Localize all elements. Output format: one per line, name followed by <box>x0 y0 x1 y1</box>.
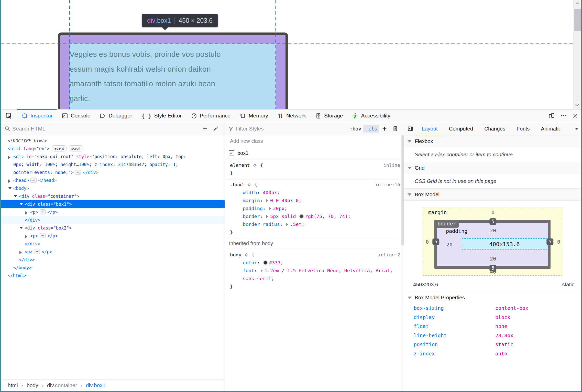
inline-expander[interactable]: ⋯ <box>40 233 46 238</box>
expand-twisty-icon[interactable] <box>19 251 22 254</box>
css-declaration[interactable]: width: 400px; <box>225 189 404 197</box>
tab-accessibility[interactable]: Accessibility <box>347 110 395 122</box>
css-declaration[interactable]: border: 5px solid rgb(75, 70, 74); <box>225 212 404 220</box>
sidebar-tab-layout[interactable]: Layout <box>416 122 443 135</box>
markup-line[interactable]: <head>⋯</head> <box>1 177 225 184</box>
collapse-twisty-icon[interactable] <box>19 227 23 229</box>
markup-line[interactable]: <body> <box>1 184 225 192</box>
markup-line[interactable]: </body> <box>1 264 225 272</box>
css-property-name[interactable]: border <box>243 214 260 219</box>
css-property-name[interactable]: color <box>243 260 257 265</box>
tab-memory[interactable]: Memory <box>235 110 273 122</box>
pseudo-class-toggle[interactable]: :hov <box>347 125 363 133</box>
css-declaration[interactable]: padding: 20px; <box>225 204 404 212</box>
markup-line[interactable]: <!DOCTYPE html> <box>1 137 225 145</box>
collapse-twisty-icon[interactable] <box>8 187 12 189</box>
css-property-name[interactable]: padding <box>243 206 263 211</box>
selector-highlighter-icon[interactable] <box>247 182 252 187</box>
layout-property-name[interactable]: display <box>404 313 495 322</box>
scrollbar-thumb[interactable] <box>574 9 581 31</box>
inline-expander[interactable]: ⋯ <box>34 249 40 254</box>
border-left-value[interactable]: 5 <box>432 238 439 245</box>
sidebar-tab-computed[interactable]: Computed <box>443 122 479 135</box>
inline-expander[interactable]: ⋯ <box>40 209 46 214</box>
event-badge[interactable]: scroll <box>69 145 83 151</box>
css-property-value[interactable]: 1.2em / 1.5 Helvetica Neue, Helvetica, A… <box>243 268 393 281</box>
markup-line[interactable]: <div id="saka-gui-root" style="position:… <box>1 153 225 177</box>
class-checkbox[interactable]: ✓ <box>229 150 234 156</box>
layout-property-name[interactable]: float <box>404 322 495 331</box>
expand-twisty-icon[interactable] <box>8 156 10 159</box>
boxmodel-properties-header[interactable]: Box Model Properties <box>404 291 581 304</box>
css-property-name[interactable]: font <box>243 268 254 273</box>
sidebar-tab-fonts[interactable]: Fonts <box>511 122 535 135</box>
devtools-menu-icon[interactable] <box>557 110 569 122</box>
layout-property-name[interactable]: position <box>404 340 495 349</box>
css-declaration[interactable]: border-radius: .5em; <box>225 220 404 228</box>
css-declaration[interactable]: margin: 0 0 40px 0; <box>225 197 404 204</box>
css-property-value[interactable]: 20px <box>273 206 284 211</box>
expand-sidebar-icon[interactable] <box>404 126 416 132</box>
rule-selector[interactable]: .box1 <box>230 181 244 189</box>
padding-bottom-value[interactable]: 20 <box>490 256 496 262</box>
css-property-value[interactable]: #333 <box>269 260 281 265</box>
all-tabs-dropdown-icon[interactable] <box>572 127 581 130</box>
layout-property-name[interactable]: box-sizing <box>404 304 495 313</box>
print-media-icon[interactable] <box>390 126 401 132</box>
breadcrumb-item[interactable]: body <box>27 382 38 388</box>
css-property-name[interactable]: margin <box>243 198 260 203</box>
rule-source-link[interactable]: inline:2 <box>378 252 400 257</box>
markup-line[interactable]: <p>⋯</p> <box>1 248 225 256</box>
close-devtools-icon[interactable] <box>569 110 581 122</box>
tab-network[interactable]: Network <box>273 110 311 122</box>
rule-source-link[interactable]: inline <box>383 162 400 168</box>
padding-top-value[interactable]: 20 <box>490 227 496 234</box>
css-property-name[interactable]: width <box>243 190 257 195</box>
sidebar-tab-changes[interactable]: Changes <box>479 122 511 135</box>
tab-inspector[interactable]: Inspector <box>17 110 57 122</box>
expand-twisty-icon[interactable] <box>25 211 27 215</box>
css-declaration[interactable]: font: 1.2em / 1.5 Helvetica Neue, Helvet… <box>225 267 404 282</box>
css-declaration[interactable]: color: #333; <box>225 259 404 267</box>
markup-line[interactable]: <html lang="en">eventscroll <box>1 145 225 153</box>
rule-source-link[interactable]: inline:16 <box>375 182 400 187</box>
tab-console[interactable]: Console <box>57 110 95 122</box>
rules-scrollbar[interactable] <box>401 135 404 391</box>
margin-top-value[interactable]: 0 <box>491 209 495 215</box>
expand-twisty-icon[interactable] <box>25 235 27 238</box>
css-property-value[interactable]: .5em <box>290 222 302 227</box>
padding-left-value[interactable]: 20 <box>446 242 453 248</box>
responsive-design-mode-icon[interactable] <box>546 110 557 122</box>
border-top-value[interactable]: 5 <box>489 218 496 225</box>
grid-section-header[interactable]: Grid <box>404 162 581 174</box>
breadcrumb-item[interactable]: div.box1 <box>86 382 106 388</box>
scroll-down-icon[interactable] <box>573 102 581 108</box>
css-property-value[interactable]: rgb(75, 70, 74) <box>305 214 348 219</box>
expand-shorthand-icon[interactable] <box>266 215 268 218</box>
markup-line[interactable]: <div class="box2"> <box>1 224 225 232</box>
layout-property-name[interactable]: line-height <box>404 331 495 340</box>
markup-line[interactable]: <p>⋯</p> <box>1 232 225 240</box>
css-property-value[interactable]: 5px solid <box>270 214 299 219</box>
node-picker-button[interactable] <box>1 110 17 122</box>
markup-line[interactable]: <div class="box1"> <box>1 200 225 208</box>
filter-styles-input[interactable] <box>234 126 347 132</box>
selector-highlighter-icon[interactable] <box>244 252 249 257</box>
tab-performance[interactable]: Performance <box>186 110 235 122</box>
css-property-value[interactable]: 0 0 40px 0 <box>270 198 299 203</box>
tab-storage[interactable]: Storage <box>311 110 348 122</box>
markup-line[interactable]: <div class="container"> <box>1 192 225 200</box>
margin-right-value[interactable]: 0 <box>557 239 560 245</box>
markup-line[interactable]: </div> <box>1 256 225 264</box>
page-scrollbar[interactable] <box>573 0 581 109</box>
expand-twisty-icon[interactable] <box>8 179 10 183</box>
tab-debugger[interactable]: Debugger <box>95 110 137 122</box>
event-badge[interactable]: event <box>52 145 67 151</box>
selector-highlighter-icon[interactable] <box>252 163 257 168</box>
add-new-class-input[interactable] <box>225 135 404 147</box>
rule-selector[interactable]: element <box>230 161 250 169</box>
color-swatch-icon[interactable] <box>263 260 268 265</box>
search-html-input[interactable] <box>10 126 196 132</box>
expand-shorthand-icon[interactable] <box>261 269 263 272</box>
flexbox-section-header[interactable]: Flexbox <box>404 135 581 147</box>
